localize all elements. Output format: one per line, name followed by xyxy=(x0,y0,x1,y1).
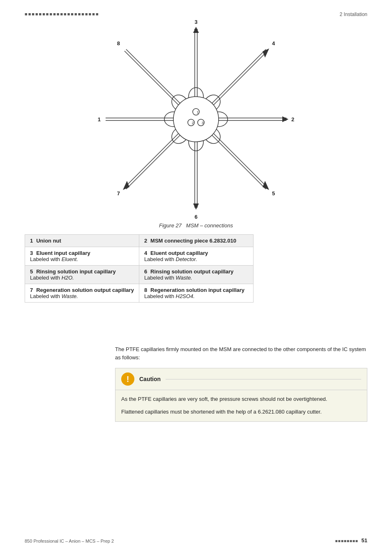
caution-line-2: Flattened capillaries must be shortened … xyxy=(121,408,361,416)
svg-text:3: 3 xyxy=(201,121,203,125)
svg-marker-33 xyxy=(263,181,269,190)
part-name-5: Rinsing solution input capillary xyxy=(36,268,116,275)
part-name-3: Eluent input capillary xyxy=(36,250,90,256)
caution-title: Caution xyxy=(139,376,161,382)
svg-text:2: 2 xyxy=(291,116,294,123)
part-label-3: Labeled with Eluent. xyxy=(30,256,134,262)
svg-line-32 xyxy=(214,134,267,187)
part-num-6: 6 xyxy=(144,268,147,275)
part-cell-4: 4Eluent output capillaryLabeled with Det… xyxy=(139,247,253,266)
svg-text:7: 7 xyxy=(117,190,120,197)
part-num-3: 3 xyxy=(30,250,33,256)
caution-content: As the PTFE capillaries are very soft, t… xyxy=(115,390,367,421)
part-label-5: Labeled with H2O. xyxy=(30,275,134,281)
svg-marker-23 xyxy=(282,116,288,122)
svg-line-27 xyxy=(214,51,267,105)
part-cell-2: 2MSM connecting piece 6.2832.010 xyxy=(139,235,253,247)
svg-line-26 xyxy=(212,49,266,103)
svg-line-35 xyxy=(125,134,178,187)
part-label-4: Labeled with Detector. xyxy=(144,256,248,262)
body-text: The PTFE capillaries firmly mounted on t… xyxy=(115,345,367,361)
svg-marker-17 xyxy=(193,27,199,33)
part-cell-6: 6Rinsing solution output capillaryLabele… xyxy=(139,266,253,284)
part-cell-5: 5Rinsing solution input capillaryLabeled… xyxy=(25,266,139,284)
part-name-7: Regeneration solution output capillary xyxy=(36,287,134,293)
part-num-5: 5 xyxy=(30,268,33,275)
svg-line-30 xyxy=(125,51,178,105)
part-name-4: Eluent output capillary xyxy=(150,250,208,256)
part-name-6: Rinsing solution output capillary xyxy=(150,268,233,275)
page-number: 51 xyxy=(362,537,367,543)
footer-right: ■■■■■■■■ 51 xyxy=(335,537,367,543)
part-num-1: 1 xyxy=(30,238,33,244)
svg-line-29 xyxy=(126,49,180,103)
part-cell-3: 3Eluent input capillaryLabeled with Elue… xyxy=(25,247,139,266)
caution-header: ! Caution xyxy=(115,368,367,390)
svg-text:6: 6 xyxy=(194,214,197,220)
part-name-2: MSM connecting piece 6.2832.010 xyxy=(150,238,236,244)
part-label-6: Labeled with Waste. xyxy=(144,275,248,281)
parts-table: 1Union nut2MSM connecting piece 6.2832.0… xyxy=(25,234,254,303)
svg-line-31 xyxy=(212,135,266,189)
part-num-4: 4 xyxy=(144,250,147,256)
svg-marker-20 xyxy=(193,204,199,210)
svg-text:5: 5 xyxy=(272,190,275,197)
svg-text:1: 1 xyxy=(196,110,198,114)
part-cell-7: 7Regeneration solution output capillaryL… xyxy=(25,284,139,303)
caution-icon: ! xyxy=(121,372,134,386)
svg-text:3: 3 xyxy=(194,19,197,25)
caution-box: ! Caution As the PTFE capillaries are ve… xyxy=(115,368,367,422)
svg-marker-36 xyxy=(123,181,129,190)
diagram-container: 1 2 3 xyxy=(93,25,299,222)
header-section: 2 Installation xyxy=(340,12,367,17)
svg-line-34 xyxy=(126,135,180,189)
part-label-8: Labeled with H2SO4. xyxy=(144,293,248,299)
msm-diagram: 1 2 3 xyxy=(93,25,299,218)
header-dots: ■■■■■■■■■■■■■■■■■■■■■ xyxy=(25,12,99,16)
svg-marker-28 xyxy=(263,49,269,58)
caution-line-1: As the PTFE capillaries are very soft, t… xyxy=(121,395,361,404)
svg-text:2: 2 xyxy=(191,121,194,125)
part-name-8: Regeneration solution input capillary xyxy=(150,287,244,293)
part-label-7: Labeled with Waste. xyxy=(30,293,134,299)
part-cell-8: 8Regeneration solution input capillaryLa… xyxy=(139,284,253,303)
part-num-7: 7 xyxy=(30,287,33,293)
footer-left: 850 Professional IC – Anion – MCS – Prep… xyxy=(25,539,114,543)
footer-dots: ■■■■■■■■ xyxy=(335,539,358,543)
svg-text:4: 4 xyxy=(272,40,275,46)
figure-caption: Figure 27 MSM – connections xyxy=(93,222,299,229)
svg-text:8: 8 xyxy=(117,40,120,46)
part-name-1: Union nut xyxy=(36,238,61,244)
svg-text:1: 1 xyxy=(98,116,101,123)
part-num-2: 2 xyxy=(144,238,147,244)
part-cell-1: 1Union nut xyxy=(25,235,139,247)
svg-point-8 xyxy=(173,97,219,142)
part-num-8: 8 xyxy=(144,287,147,293)
